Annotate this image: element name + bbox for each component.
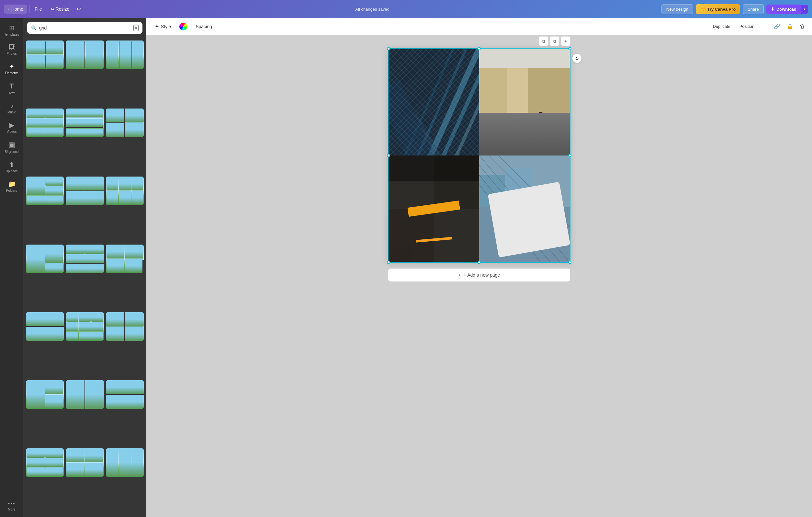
download-button[interactable]: ⬇ Download	[766, 4, 801, 14]
canvas-area: ✦ Style Spacing Duplicate Position 🔗	[146, 18, 812, 517]
resize-handle-ml[interactable]	[387, 154, 390, 157]
photo-cell-street[interactable]	[479, 49, 570, 156]
resize-handle-tr[interactable]	[568, 47, 572, 50]
template-card[interactable]	[66, 448, 104, 477]
resize-handle-tl[interactable]	[387, 47, 390, 50]
resize-handle-bm[interactable]	[477, 261, 481, 264]
sidebar-item-text[interactable]: T Text	[2, 79, 22, 98]
try-pro-button[interactable]: 👑 Try Canva Pro	[696, 4, 740, 14]
plus-icon: +	[459, 272, 461, 278]
template-card[interactable]	[106, 312, 144, 341]
sidebar-item-templates[interactable]: ⊞ Templates	[2, 21, 22, 39]
svg-line-25	[541, 121, 545, 126]
template-card[interactable]	[106, 448, 144, 477]
music-icon: ♪	[10, 102, 13, 109]
template-card[interactable]	[26, 176, 64, 205]
copy-frame-button[interactable]: ⧉	[539, 36, 548, 46]
svg-rect-48	[518, 223, 563, 243]
add-frame-button[interactable]: +	[561, 36, 571, 46]
style-button[interactable]: ✦ Style	[151, 21, 174, 31]
svg-rect-11	[395, 53, 396, 54]
more-label: More	[8, 508, 16, 511]
template-card[interactable]	[106, 40, 144, 69]
search-input[interactable]	[39, 25, 131, 30]
template-card[interactable]	[26, 40, 64, 69]
hide-panel-button[interactable]: ‹	[142, 260, 146, 275]
template-card[interactable]	[26, 109, 64, 137]
template-card[interactable]	[26, 448, 64, 477]
lock-button[interactable]: 🔒	[785, 22, 795, 31]
share-button[interactable]: Share	[743, 4, 764, 14]
canvas-toolbar: ✦ Style Spacing Duplicate Position 🔗	[146, 18, 812, 35]
resize-handle-br[interactable]	[568, 261, 572, 264]
svg-line-24	[537, 121, 541, 126]
new-design-button[interactable]: New design	[662, 4, 693, 14]
svg-line-27	[541, 130, 543, 136]
template-card[interactable]	[26, 245, 64, 273]
delete-button[interactable]: 🗑	[798, 22, 807, 31]
template-card[interactable]	[66, 380, 104, 409]
template-card[interactable]	[106, 380, 144, 409]
spacing-button[interactable]: Spacing	[192, 22, 215, 31]
share-label: Share	[748, 7, 759, 12]
template-card[interactable]	[106, 109, 144, 137]
svg-rect-16	[528, 68, 570, 123]
download-label: Download	[776, 7, 796, 12]
svg-line-26	[538, 130, 541, 136]
file-button[interactable]: File	[31, 4, 45, 13]
resize-handle-mr[interactable]	[568, 154, 572, 157]
topbar-right: New design 👑 Try Canva Pro Share ⬇ Downl…	[662, 4, 808, 14]
duplicate-frame-button[interactable]: ⧉	[550, 36, 559, 46]
resize-button[interactable]: ⇔ Resize	[47, 4, 73, 13]
sneaker-svg	[479, 156, 570, 263]
duplicate-button[interactable]: Duplicate	[710, 22, 734, 31]
template-card[interactable]	[66, 176, 104, 205]
sidebar-item-photos[interactable]: 🖼 Photos	[2, 40, 22, 59]
photo-cell-sneaker[interactable]	[479, 156, 570, 263]
svg-rect-18	[479, 113, 570, 156]
grid-icon-button[interactable]	[760, 22, 769, 31]
sidebar-item-videos[interactable]: ▶ Videos	[2, 118, 22, 137]
photo-cell-road[interactable]	[388, 156, 479, 263]
sidebar-item-uploads[interactable]: ⬆ Uploads	[2, 158, 22, 176]
sidebar-item-background[interactable]: ▣ Bkground	[2, 137, 22, 157]
position-button[interactable]: Position	[736, 22, 758, 31]
spacing-label: Spacing	[196, 24, 212, 29]
link-button[interactable]: 🔗	[772, 22, 782, 31]
resize-handle-tm[interactable]	[477, 47, 481, 50]
resize-handle-bl[interactable]	[387, 261, 390, 264]
canvas-frame[interactable]: ↻	[388, 48, 571, 263]
template-card[interactable]	[26, 312, 64, 341]
resize-label: Resize	[56, 6, 69, 12]
toolbar-right: Duplicate Position 🔗 🔒 🗑	[710, 22, 807, 31]
elements-label: Elements	[5, 71, 19, 75]
refresh-button[interactable]: ↻	[573, 54, 581, 63]
template-card[interactable]	[106, 176, 144, 205]
add-page-button[interactable]: + + Add a new page	[388, 268, 571, 282]
template-card[interactable]	[66, 245, 104, 273]
svg-rect-49	[521, 225, 560, 228]
sidebar-item-music[interactable]: ♪ Music	[2, 99, 22, 117]
svg-rect-28	[486, 118, 503, 128]
search-box: 🔍 ✕	[27, 22, 142, 34]
template-card[interactable]	[66, 40, 104, 69]
template-card[interactable]	[26, 380, 64, 409]
canvas-content: ⧉ ⧉ +	[146, 35, 812, 517]
more-icon: •••	[8, 501, 16, 507]
download-dropdown-button[interactable]: ▾	[801, 5, 808, 13]
canvas-photo-grid	[388, 49, 570, 263]
svg-rect-34	[434, 209, 479, 263]
template-card[interactable]	[106, 245, 144, 273]
trash-icon: 🗑	[800, 24, 805, 29]
sidebar-item-folders[interactable]: 📁 Folders	[2, 177, 22, 196]
template-card[interactable]	[66, 312, 104, 341]
videos-icon: ▶	[9, 121, 14, 129]
search-clear-button[interactable]: ✕	[134, 25, 139, 31]
undo-button[interactable]: ↩	[75, 4, 83, 15]
template-card[interactable]	[66, 109, 104, 137]
home-button[interactable]: ‹ Home	[4, 4, 27, 13]
color-wheel-button[interactable]	[179, 23, 187, 30]
template-grid	[23, 38, 146, 517]
sidebar-item-elements[interactable]: ✦ Elements	[2, 59, 22, 78]
sidebar-item-more[interactable]: ••• More	[2, 497, 22, 514]
